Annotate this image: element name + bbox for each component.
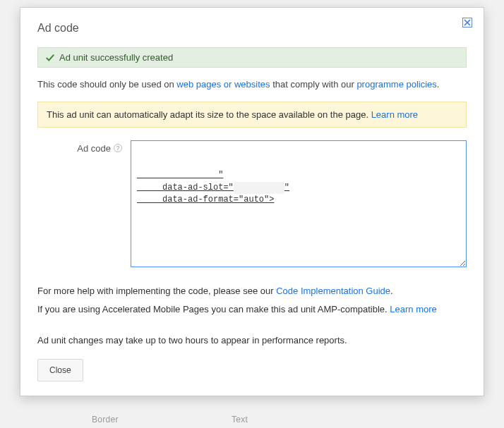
code-label-text: Ad code bbox=[77, 143, 111, 154]
adapt-banner: This ad unit can automatically adapt its… bbox=[37, 102, 467, 128]
close-button[interactable]: Close bbox=[37, 359, 83, 381]
backdrop-border-label: Border bbox=[92, 415, 119, 424]
code-implementation-guide-link[interactable]: Code Implementation Guide bbox=[276, 286, 390, 296]
delay-note: Ad unit changes may take up to two hours… bbox=[37, 334, 467, 348]
intro-pre: This code should only be used on bbox=[37, 79, 176, 90]
checkmark-icon bbox=[45, 53, 55, 63]
close-icon[interactable] bbox=[462, 18, 472, 27]
ad-code-textarea[interactable]: " data-ad-slot=" " data-ad-format="auto"… bbox=[131, 140, 467, 267]
amp-learn-more-link[interactable]: Learn more bbox=[390, 304, 436, 314]
programme-policies-link[interactable]: programme policies bbox=[356, 79, 436, 90]
backdrop-text-label: Text bbox=[232, 415, 248, 424]
help1-post: . bbox=[390, 286, 393, 296]
ad-code-dialog: Ad code Ad unit successfully created Thi… bbox=[20, 7, 484, 396]
help-icon[interactable]: ? bbox=[114, 144, 122, 152]
dialog-title: Ad code bbox=[37, 22, 467, 35]
help-line-2: If you are using Accelerated Mobile Page… bbox=[37, 302, 467, 317]
help-line-1: For more help with implementing the code… bbox=[37, 284, 467, 298]
success-message: Ad unit successfully created bbox=[59, 52, 173, 63]
intro-text: This code should only be used on web pag… bbox=[37, 78, 467, 92]
intro-post: . bbox=[437, 79, 440, 90]
web-pages-link[interactable]: web pages or websites bbox=[176, 79, 270, 90]
help2-pre: If you are using Accelerated Mobile Page… bbox=[37, 304, 390, 314]
adapt-msg: This ad unit can automatically adapt its… bbox=[47, 109, 371, 120]
code-label: Ad code ? bbox=[37, 140, 122, 154]
intro-mid: that comply with our bbox=[270, 79, 357, 90]
success-banner: Ad unit successfully created bbox=[37, 47, 467, 68]
adapt-learn-more-link[interactable]: Learn more bbox=[371, 109, 418, 120]
help1-pre: For more help with implementing the code… bbox=[37, 286, 276, 296]
